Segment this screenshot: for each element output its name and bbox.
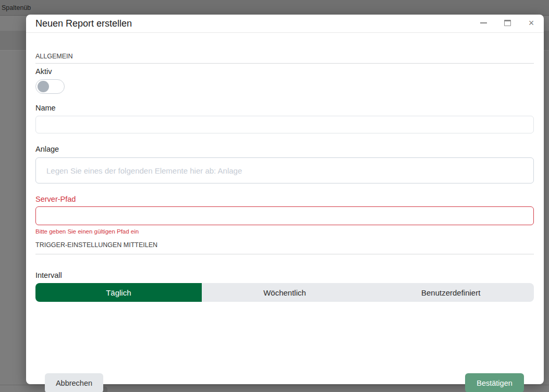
section-header-trigger: TRIGGER-EINSTELLUNGEN MITTEILEN (35, 241, 157, 249)
minimize-icon (480, 22, 487, 23)
server-pfad-error-message: Bitte geben Sie einen gültigen Pfad ein (35, 228, 139, 235)
background-column-header: Spaltenüb (0, 0, 549, 16)
intervall-option-woechentlich[interactable]: Wöchentlich (202, 283, 368, 302)
section-divider-trigger (35, 254, 534, 254)
aktiv-toggle-knob (38, 81, 49, 92)
dialog-title: Neuen Report erstellen (35, 18, 132, 29)
section-header-allgemein: ALLGEMEIN (35, 53, 73, 60)
intervall-label: Intervall (35, 271, 62, 279)
server-pfad-label: Server-Pfad (35, 195, 76, 203)
aktiv-label: Aktiv (35, 67, 52, 76)
name-label: Name (35, 104, 56, 112)
anlage-drop-area[interactable]: Legen Sie eines der folgenden Elemente h… (35, 157, 534, 183)
window-controls: × (478, 17, 536, 29)
close-button[interactable]: × (526, 17, 536, 29)
name-input[interactable] (35, 116, 534, 133)
minimize-button[interactable] (478, 17, 489, 29)
confirm-button[interactable]: Bestätigen (465, 373, 524, 392)
close-icon: × (529, 18, 534, 28)
section-divider-allgemein (35, 63, 534, 64)
background-column-header-label: Spaltenüb (2, 4, 31, 11)
anlage-label: Anlage (35, 145, 59, 153)
dialog-titlebar: Neuen Report erstellen × (26, 15, 544, 33)
intervall-segmented-control: Täglich Wöchentlich Benutzerdefiniert (35, 283, 534, 302)
intervall-option-benutzerdefiniert[interactable]: Benutzerdefiniert (368, 283, 534, 302)
aktiv-toggle[interactable] (35, 79, 65, 94)
maximize-button[interactable] (502, 17, 513, 29)
anlage-drop-placeholder: Legen Sie eines der folgenden Elemente h… (46, 166, 242, 175)
cancel-button[interactable]: Abbrechen (45, 373, 103, 392)
screen: Spaltenüb Neuen Report erstellen × ALLGE… (0, 0, 549, 392)
maximize-icon (504, 20, 511, 26)
create-report-dialog: Neuen Report erstellen × ALLGEMEIN Aktiv (26, 15, 544, 384)
intervall-option-taeglich[interactable]: Täglich (35, 283, 202, 302)
server-pfad-input[interactable] (35, 206, 534, 225)
